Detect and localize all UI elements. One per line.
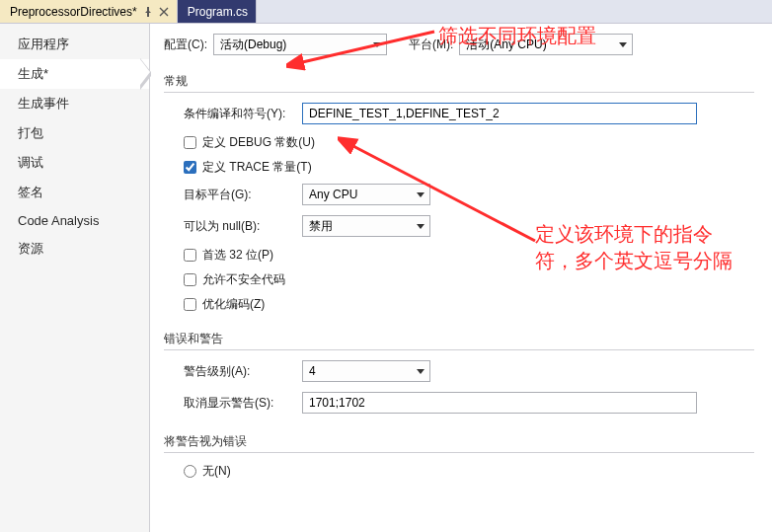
symbols-input[interactable] [302, 103, 697, 124]
sidebar-item-package[interactable]: 打包 [0, 118, 149, 148]
debug-const-checkbox[interactable] [184, 136, 196, 149]
suppress-label: 取消显示警告(S): [184, 395, 294, 412]
section-warnings-title: 错误和警告 [164, 327, 754, 350]
warning-level-label: 警告级别(A): [184, 363, 294, 380]
section-general-title: 常规 [164, 69, 754, 93]
tab-preprocessor-directives[interactable]: PreprocessorDirectives* [0, 0, 178, 23]
content-pane: 配置(C): 活动(Debug) 平台(M): 活动(Any CPU) 常 [150, 24, 772, 532]
tab-program-cs[interactable]: Program.cs [178, 0, 257, 23]
sidebar-item-code-analysis[interactable]: Code Analysis [0, 207, 149, 234]
prefer32-checkbox[interactable] [184, 249, 196, 262]
treat-none-label: 无(N) [202, 463, 231, 480]
sidebar-item-signing[interactable]: 签名 [0, 178, 149, 207]
treat-none-radio[interactable] [184, 465, 196, 478]
nullable-label: 可以为 null(B): [184, 218, 294, 235]
sidebar-item-application[interactable]: 应用程序 [0, 30, 149, 59]
config-platform-row: 配置(C): 活动(Debug) 平台(M): 活动(Any CPU) [164, 34, 754, 55]
sidebar-item-resources[interactable]: 资源 [0, 234, 149, 264]
sidebar-item-build[interactable]: 生成* [0, 59, 149, 89]
target-platform-label: 目标平台(G): [184, 187, 294, 203]
target-platform-select[interactable]: Any CPU [302, 184, 430, 205]
config-label: 配置(C): [164, 37, 207, 53]
debug-const-label: 定义 DEBUG 常数(U) [202, 134, 315, 151]
unsafe-checkbox[interactable] [184, 273, 196, 286]
sidebar-item-build-events[interactable]: 生成事件 [0, 89, 149, 118]
warning-level-select[interactable]: 4 [302, 360, 430, 382]
nullable-select[interactable]: 禁用 [302, 215, 430, 237]
close-icon[interactable] [159, 7, 169, 17]
config-select[interactable]: 活动(Debug) [213, 34, 387, 55]
suppress-input[interactable] [302, 392, 697, 414]
pin-icon[interactable] [143, 7, 153, 17]
sidebar: 应用程序 生成* 生成事件 打包 调试 签名 Code Analysis 资源 [0, 24, 150, 532]
prefer32-label: 首选 32 位(P) [202, 247, 273, 264]
optimize-label: 优化编码(Z) [202, 296, 265, 313]
tab-label: Program.cs [188, 5, 248, 19]
trace-const-checkbox[interactable] [184, 161, 196, 174]
sidebar-item-debug[interactable]: 调试 [0, 148, 149, 178]
platform-select[interactable]: 活动(Any CPU) [459, 34, 633, 55]
section-treat-as-error-title: 将警告视为错误 [164, 429, 754, 453]
tab-label: PreprocessorDirectives* [10, 5, 137, 19]
trace-const-label: 定义 TRACE 常量(T) [202, 159, 312, 176]
platform-label: 平台(M): [409, 37, 453, 53]
tab-bar: PreprocessorDirectives* Program.cs [0, 0, 772, 24]
optimize-checkbox[interactable] [184, 298, 196, 311]
unsafe-label: 允许不安全代码 [202, 271, 285, 288]
symbols-label: 条件编译和符号(Y): [184, 106, 294, 122]
